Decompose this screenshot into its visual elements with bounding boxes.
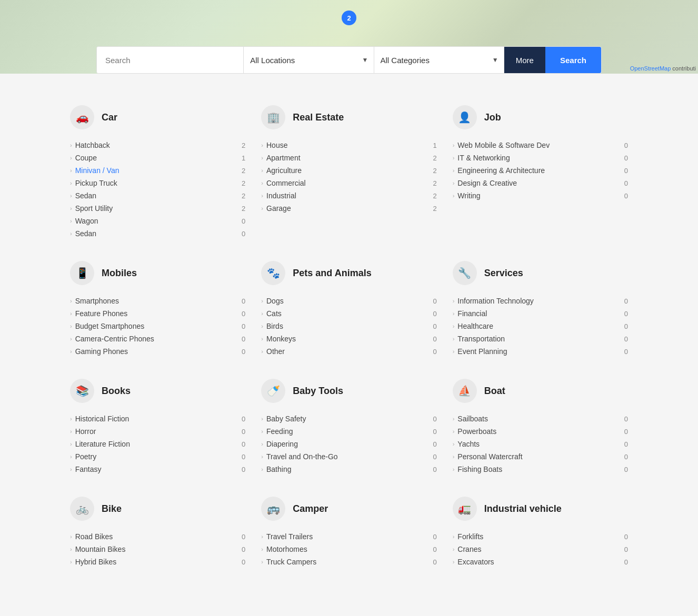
list-item[interactable]: ›Camera-Centric Phones0 <box>70 332 245 345</box>
list-item[interactable]: ›Historical Fiction0 <box>70 412 245 425</box>
list-item[interactable]: ›Literature Fiction0 <box>70 438 245 450</box>
list-item[interactable]: ›Sailboats0 <box>453 412 628 425</box>
item-name: Cats <box>266 309 426 318</box>
list-item[interactable]: ›Smartphones0 <box>70 295 245 307</box>
list-item[interactable]: ›Feature Phones0 <box>70 307 245 320</box>
chevron-right-icon: › <box>453 142 455 148</box>
chevron-right-icon: › <box>70 310 72 317</box>
chevron-right-icon: › <box>70 348 72 355</box>
item-count: 0 <box>235 348 245 356</box>
list-item[interactable]: ›Wagon0 <box>70 215 245 227</box>
item-name: Garage <box>266 204 426 213</box>
real-estate-icon: 🏢 <box>261 105 285 129</box>
list-item[interactable]: ›Monkeys0 <box>261 332 436 345</box>
list-item[interactable]: ›Fantasy0 <box>70 463 245 476</box>
list-item[interactable]: ›Dogs0 <box>261 295 436 307</box>
list-item[interactable]: ›Healthcare0 <box>453 320 628 332</box>
list-item[interactable]: ›Cats0 <box>261 307 436 320</box>
list-item[interactable]: ›Cranes0 <box>453 543 628 556</box>
location-select[interactable]: All Locations All LocationsNew YorkLos A… <box>244 47 373 73</box>
item-name: Birds <box>266 322 426 330</box>
list-item[interactable]: ›Engineering & Architecture0 <box>453 164 628 177</box>
list-item[interactable]: ›Transportation0 <box>453 332 628 345</box>
list-item[interactable]: ›Garage2 <box>261 202 436 215</box>
list-item[interactable]: ›Sedan0 <box>70 227 245 240</box>
item-count: 0 <box>426 322 437 330</box>
item-count: 2 <box>426 205 437 213</box>
baby-tools-icon: 🍼 <box>261 379 285 403</box>
list-item[interactable]: ›Sport Utility2 <box>70 202 245 215</box>
search-input[interactable] <box>97 47 244 73</box>
list-item[interactable]: ›Agriculture2 <box>261 164 436 177</box>
list-item[interactable]: ›Apartment2 <box>261 152 436 164</box>
list-item[interactable]: ›Gaming Phones0 <box>70 345 245 358</box>
camper-list: ›Travel Trailers0›Motorhomes0›Truck Camp… <box>261 530 436 568</box>
list-item[interactable]: ›Financial0 <box>453 307 628 320</box>
item-count: 2 <box>235 179 245 187</box>
list-item[interactable]: ›Hybrid Bikes0 <box>70 556 245 568</box>
list-item[interactable]: ›House1 <box>261 139 436 152</box>
item-count: 0 <box>617 310 628 318</box>
list-item[interactable]: ›Horror0 <box>70 425 245 438</box>
openstreetmap-link[interactable]: OpenStreetMap <box>630 65 671 72</box>
list-item[interactable]: ›Motorhomes0 <box>261 543 436 556</box>
list-item[interactable]: ›Coupe1 <box>70 152 245 164</box>
list-item[interactable]: ›Industrial2 <box>261 189 436 202</box>
list-item[interactable]: ›Forklifts0 <box>453 530 628 543</box>
chevron-right-icon: › <box>70 205 72 211</box>
list-item[interactable]: ›Travel Trailers0 <box>261 530 436 543</box>
list-item[interactable]: ›Budget Smartphones0 <box>70 320 245 332</box>
item-name: Truck Campers <box>266 558 426 566</box>
list-item[interactable]: ›Event Planning0 <box>453 345 628 358</box>
list-item[interactable]: ›Feeding0 <box>261 425 436 438</box>
books-title: Books <box>102 386 131 397</box>
item-name: Web Mobile & Software Dev <box>457 141 617 149</box>
list-item[interactable]: ›Information Technology0 <box>453 295 628 307</box>
list-item[interactable]: ›Bathing0 <box>261 463 436 476</box>
chevron-right-icon: › <box>261 559 263 565</box>
baby-tools-list: ›Baby Safety0›Feeding0›Diapering0›Travel… <box>261 412 436 476</box>
list-item[interactable]: ›IT & Networking0 <box>453 152 628 164</box>
list-item[interactable]: ›Hatchback2 <box>70 139 245 152</box>
list-item[interactable]: ›Design & Creative0 <box>453 177 628 189</box>
list-item[interactable]: ›Yachts0 <box>453 438 628 450</box>
job-icon: 👤 <box>453 105 477 129</box>
item-count: 0 <box>617 154 628 162</box>
list-item[interactable]: ›Truck Campers0 <box>261 556 436 568</box>
chevron-right-icon: › <box>453 348 455 355</box>
item-count: 0 <box>235 558 245 566</box>
list-item[interactable]: ›Diapering0 <box>261 438 436 450</box>
list-item[interactable]: ›Travel and On-the-Go0 <box>261 450 436 463</box>
list-item[interactable]: ›Baby Safety0 <box>261 412 436 425</box>
list-item[interactable]: ›Mountain Bikes0 <box>70 543 245 556</box>
list-item[interactable]: ›Personal Watercraft0 <box>453 450 628 463</box>
list-item[interactable]: ›Road Bikes0 <box>70 530 245 543</box>
category-select[interactable]: All Categories All CategoriesCarReal Est… <box>374 47 504 73</box>
list-item[interactable]: ›Powerboats0 <box>453 425 628 438</box>
more-button[interactable]: More <box>504 47 545 73</box>
list-item[interactable]: ›Poetry0 <box>70 450 245 463</box>
item-name: Road Bikes <box>75 532 235 541</box>
list-item[interactable]: ›Excavators0 <box>453 556 628 568</box>
category-block-industrial-vehicle: 🚛Industrial vehicle›Forklifts0›Cranes0›E… <box>453 497 628 568</box>
list-item[interactable]: ›Pickup Truck2 <box>70 177 245 189</box>
item-name: Mountain Bikes <box>75 545 235 553</box>
chevron-right-icon: › <box>261 155 263 161</box>
list-item[interactable]: ›Sedan2 <box>70 189 245 202</box>
item-count: 0 <box>426 297 437 305</box>
item-name: Wagon <box>75 217 235 225</box>
item-name: Fishing Boats <box>457 465 617 473</box>
list-item[interactable]: ›Other0 <box>261 345 436 358</box>
chevron-right-icon: › <box>70 428 72 435</box>
item-name: Sailboats <box>457 415 617 423</box>
list-item[interactable]: ›Birds0 <box>261 320 436 332</box>
list-item[interactable]: ›Commercial2 <box>261 177 436 189</box>
chevron-right-icon: › <box>70 416 72 422</box>
list-item[interactable]: ›Writing0 <box>453 189 628 202</box>
list-item[interactable]: ›Fishing Boats0 <box>453 463 628 476</box>
list-item[interactable]: ›Web Mobile & Software Dev0 <box>453 139 628 152</box>
list-item[interactable]: ›Minivan / Van2 <box>70 164 245 177</box>
item-name: Fantasy <box>75 465 235 473</box>
search-button[interactable]: Search <box>545 47 601 73</box>
chevron-right-icon: › <box>453 546 455 552</box>
